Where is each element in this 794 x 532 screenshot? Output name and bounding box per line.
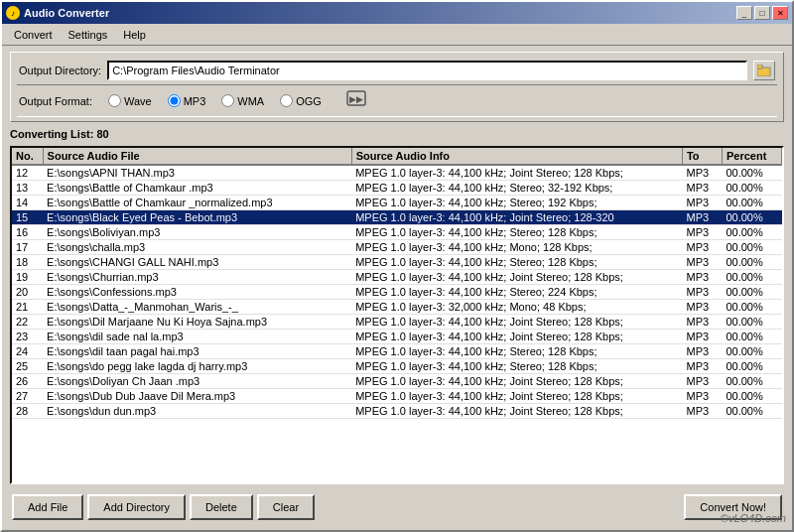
format-wave[interactable]: Wave — [108, 94, 152, 107]
cell-source: E:\songs\Battle of Chamkaur _normalized.… — [43, 196, 351, 210]
table-row[interactable]: 22 E:\songs\Dil Marjaane Nu Ki Hoya Sajn… — [12, 315, 782, 330]
menu-convert[interactable]: Convert — [6, 27, 61, 43]
table-row[interactable]: 24 E:\songs\dil taan pagal hai.mp3 MPEG … — [12, 344, 782, 359]
format-radio-group: Wave MP3 WMA OGG — [108, 94, 322, 107]
table-header-row: No. Source Audio File Source Audio Info … — [12, 148, 782, 165]
format-wma-label: WMA — [237, 95, 264, 107]
cell-to: MP3 — [682, 344, 722, 359]
cell-percent: 00.00% — [722, 404, 781, 419]
cell-source: E:\songs\Doliyan Ch Jaan .mp3 — [43, 374, 351, 389]
cell-source: E:\songs\Boliviyan.mp3 — [43, 225, 351, 240]
title-buttons: _ □ ✕ — [736, 6, 788, 20]
cell-source: E:\songs\Battle of Chamkaur .mp3 — [43, 181, 351, 196]
minimize-button[interactable]: _ — [736, 6, 752, 20]
cell-info: MPEG 1.0 layer-3: 44,100 kHz; Joint Ster… — [351, 270, 682, 285]
cell-percent: 00.00% — [722, 315, 781, 330]
format-ogg[interactable]: OGG — [280, 94, 322, 107]
cell-source: E:\songs\dil taan pagal hai.mp3 — [43, 344, 351, 359]
cell-info: MPEG 1.0 layer-3: 44,100 kHz; Joint Ster… — [351, 330, 682, 344]
table-row[interactable]: 18 E:\songs\CHANGI GALL NAHI.mp3 MPEG 1.… — [12, 255, 782, 270]
close-button[interactable]: ✕ — [772, 6, 788, 20]
cell-percent: 00.00% — [722, 240, 781, 255]
format-mp3[interactable]: MP3 — [168, 94, 206, 107]
settings-icon[interactable]: ▶▶ — [345, 89, 367, 112]
cell-to: MP3 — [682, 240, 722, 255]
cell-to: MP3 — [682, 225, 722, 240]
cell-no: 19 — [12, 270, 43, 285]
table-row[interactable]: 20 E:\songs\Confessions.mp3 MPEG 1.0 lay… — [12, 285, 782, 300]
cell-to: MP3 — [682, 404, 722, 419]
cell-info: MPEG 1.0 layer-3: 32,000 kHz; Mono; 48 K… — [351, 300, 682, 315]
table-scroll[interactable]: No. Source Audio File Source Audio Info … — [12, 148, 782, 482]
format-wma[interactable]: WMA — [221, 94, 264, 107]
table-row[interactable]: 27 E:\songs\Dub Dub Jaave Dil Mera.mp3 M… — [12, 389, 782, 404]
add-directory-button[interactable]: Add Directory — [87, 494, 186, 520]
cell-percent: 00.00% — [722, 285, 781, 300]
cell-info: MPEG 1.0 layer-3: 44,100 kHz; Mono; 128 … — [351, 240, 682, 255]
table-row[interactable]: 13 E:\songs\Battle of Chamkaur .mp3 MPEG… — [12, 181, 782, 196]
col-header-info: Source Audio Info — [351, 148, 682, 165]
cell-percent: 00.00% — [722, 300, 781, 315]
cell-no: 17 — [12, 240, 43, 255]
radio-wave[interactable] — [108, 94, 121, 107]
cell-to: MP3 — [682, 389, 722, 404]
cell-percent: 00.00% — [722, 196, 781, 210]
table-row[interactable]: 23 E:\songs\dil sade nal la.mp3 MPEG 1.0… — [12, 330, 782, 344]
output-dir-input[interactable] — [107, 61, 747, 80]
cell-percent: 00.00% — [722, 165, 781, 181]
title-bar-left: ♪ Audio Converter — [6, 6, 109, 20]
cell-no: 18 — [12, 255, 43, 270]
table-row[interactable]: 28 E:\songs\dun dun.mp3 MPEG 1.0 layer-3… — [12, 404, 782, 419]
browse-button[interactable] — [753, 61, 775, 80]
cell-source: E:\songs\challa.mp3 — [43, 240, 351, 255]
cell-to: MP3 — [682, 285, 722, 300]
cell-info: MPEG 1.0 layer-3: 44,100 kHz; Joint Ster… — [351, 374, 682, 389]
cell-source: E:\songs\APNI THAN.mp3 — [43, 165, 351, 181]
cell-no: 20 — [12, 285, 43, 300]
menu-help[interactable]: Help — [115, 27, 154, 43]
app-icon: ♪ — [6, 6, 20, 20]
clear-button[interactable]: Clear — [257, 494, 315, 520]
table-row[interactable]: 17 E:\songs\challa.mp3 MPEG 1.0 layer-3:… — [12, 240, 782, 255]
radio-ogg[interactable] — [280, 94, 293, 107]
table-row[interactable]: 21 E:\songs\Datta_-_Manmohan_Waris_-_ MP… — [12, 300, 782, 315]
cell-no: 22 — [12, 315, 43, 330]
svg-text:▶▶: ▶▶ — [349, 94, 363, 104]
table-row[interactable]: 12 E:\songs\APNI THAN.mp3 MPEG 1.0 layer… — [12, 165, 782, 181]
cell-to: MP3 — [682, 359, 722, 374]
table-row[interactable]: 15 E:\songs\Black Eyed Peas - Bebot.mp3 … — [12, 210, 782, 225]
radio-wma[interactable] — [221, 94, 234, 107]
cell-to: MP3 — [682, 315, 722, 330]
cell-no: 26 — [12, 374, 43, 389]
table-row[interactable]: 14 E:\songs\Battle of Chamkaur _normaliz… — [12, 196, 782, 210]
table-row[interactable]: 26 E:\songs\Doliyan Ch Jaan .mp3 MPEG 1.… — [12, 374, 782, 389]
main-content: Output Directory: Output Format: Wave — [2, 46, 792, 530]
cell-to: MP3 — [682, 300, 722, 315]
cell-source: E:\songs\dil sade nal la.mp3 — [43, 330, 351, 344]
cell-info: MPEG 1.0 layer-3: 44,100 kHz; Stereo; 12… — [351, 225, 682, 240]
cell-info: MPEG 1.0 layer-3: 44,100 kHz; Stereo; 19… — [351, 196, 682, 210]
cell-to: MP3 — [682, 374, 722, 389]
cell-no: 27 — [12, 389, 43, 404]
cell-info: MPEG 1.0 layer-3: 44,100 kHz; Joint Ster… — [351, 165, 682, 181]
table-body: 12 E:\songs\APNI THAN.mp3 MPEG 1.0 layer… — [12, 165, 782, 419]
delete-button[interactable]: Delete — [190, 494, 253, 520]
radio-mp3[interactable] — [168, 94, 181, 107]
cell-percent: 00.00% — [722, 374, 781, 389]
cell-to: MP3 — [682, 210, 722, 225]
table-row[interactable]: 25 E:\songs\do pegg lake lagda dj harry.… — [12, 359, 782, 374]
menu-settings[interactable]: Settings — [61, 27, 116, 43]
cell-percent: 00.00% — [722, 389, 781, 404]
table-row[interactable]: 19 E:\songs\Churrian.mp3 MPEG 1.0 layer-… — [12, 270, 782, 285]
format-ogg-label: OGG — [296, 95, 322, 107]
cell-info: MPEG 1.0 layer-3: 44,100 kHz; Joint Ster… — [351, 404, 682, 419]
output-format-label: Output Format: — [19, 95, 92, 107]
file-table-container[interactable]: No. Source Audio File Source Audio Info … — [10, 146, 784, 484]
maximize-button[interactable]: □ — [754, 6, 770, 20]
table-row[interactable]: 16 E:\songs\Boliviyan.mp3 MPEG 1.0 layer… — [12, 225, 782, 240]
cell-no: 14 — [12, 196, 43, 210]
cell-no: 23 — [12, 330, 43, 344]
add-file-button[interactable]: Add File — [12, 494, 83, 520]
title-bar: ♪ Audio Converter _ □ ✕ — [2, 2, 792, 24]
col-header-to: To — [682, 148, 722, 165]
